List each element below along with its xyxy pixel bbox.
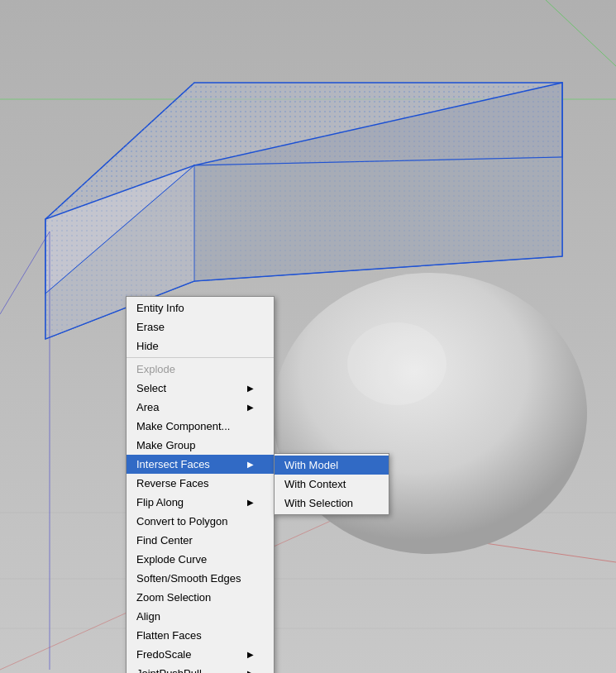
menu-item-find-center[interactable]: Find Center [127,531,274,550]
menu-item-explode: Explode [127,360,274,379]
context-menu: Entity Info Erase Hide Explode Select ▶ … [126,296,275,673]
fredoscale-arrow-icon: ▶ [247,650,254,659]
jointpushpull-arrow-icon: ▶ [247,669,254,673]
menu-item-align[interactable]: Align [127,607,274,626]
menu-item-make-component[interactable]: Make Component... [127,417,274,436]
menu-item-make-group[interactable]: Make Group [127,436,274,455]
menu-item-reverse-faces[interactable]: Reverse Faces [127,474,274,493]
menu-item-jointpushpull[interactable]: JointPushPull ▶ [127,664,274,673]
menu-item-hide[interactable]: Hide [127,336,274,356]
menu-item-soften-smooth[interactable]: Soften/Smooth Edges [127,569,274,588]
menu-item-intersect-faces[interactable]: Intersect Faces ▶ [127,455,274,474]
3d-viewport [0,0,616,673]
menu-item-flip-along[interactable]: Flip Along ▶ [127,493,274,512]
select-arrow-icon: ▶ [247,384,254,393]
separator-1 [127,357,274,358]
menu-item-entity-info[interactable]: Entity Info [127,298,274,317]
flip-arrow-icon: ▶ [247,498,254,507]
submenu-item-with-context[interactable]: With Context [275,475,389,494]
menu-item-explode-curve[interactable]: Explode Curve [127,550,274,569]
intersect-faces-wrapper: Intersect Faces ▶ With Model With Contex… [127,455,274,474]
menu-item-convert-polygon[interactable]: Convert to Polygon [127,512,274,531]
menu-item-zoom-selection[interactable]: Zoom Selection [127,588,274,607]
menu-item-flatten-faces[interactable]: Flatten Faces [127,626,274,645]
area-arrow-icon: ▶ [247,403,254,412]
menu-item-erase[interactable]: Erase [127,317,274,336]
submenu-item-with-model[interactable]: With Model [275,456,389,475]
menu-item-fredoscale[interactable]: FredoScale ▶ [127,645,274,664]
intersect-faces-submenu: With Model With Context With Selection [274,453,389,515]
submenu-item-with-selection[interactable]: With Selection [275,494,389,513]
menu-item-area[interactable]: Area ▶ [127,398,274,417]
menu-item-select[interactable]: Select ▶ [127,379,274,398]
scene-svg [0,0,616,673]
intersect-arrow-icon: ▶ [247,460,254,469]
svg-point-15 [347,322,446,405]
